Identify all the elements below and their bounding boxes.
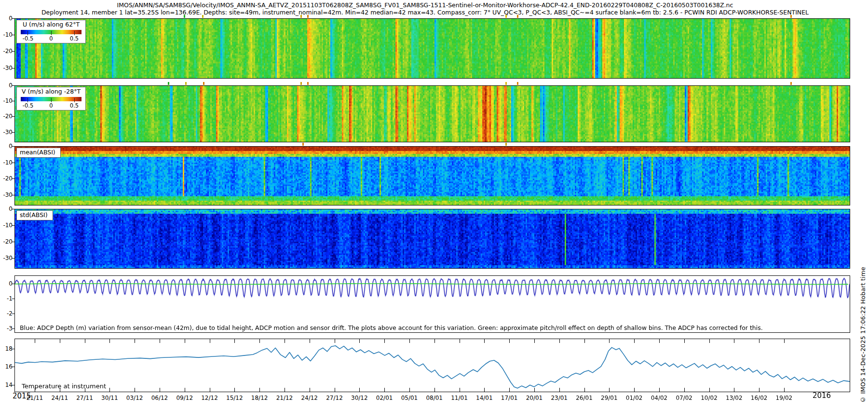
x-tick-mark (335, 388, 335, 392)
y-tick-label: 18 (0, 345, 13, 352)
std-absi-label: std(ABSI) (16, 210, 53, 220)
x-tick-label: 05/01 (401, 395, 418, 401)
y-tick-mark (12, 284, 14, 284)
x-tick-mark (85, 339, 85, 343)
x-tick-mark (609, 339, 610, 343)
u-colorbar-tick-label: 0 (49, 35, 53, 42)
x-tick-mark (559, 388, 560, 392)
qc-flag-marker (790, 15, 792, 18)
temperature-label: Temperature at instrument (22, 383, 106, 390)
depth-annotation: Blue: ADCP Depth (m) variation from sens… (20, 324, 763, 331)
qc-flag-marker (307, 15, 309, 18)
x-tick-mark (534, 388, 535, 392)
y-tick-label: 0 (0, 15, 13, 22)
x-tick-mark (734, 339, 734, 343)
x-tick-mark (109, 388, 110, 392)
y-tick-label: 16 (0, 363, 13, 370)
x-tick-mark (359, 339, 360, 343)
v-velocity-heatmap (15, 86, 850, 142)
y-tick-label: -20 (0, 48, 13, 55)
x-tick-label: 09/12 (176, 395, 193, 401)
y-tick-mark (12, 35, 14, 35)
x-tick-mark (534, 339, 535, 343)
x-tick-label: 24/12 (301, 395, 318, 401)
y-tick-label: -30 (0, 65, 13, 71)
x-tick-mark (559, 339, 560, 343)
x-tick-mark (509, 339, 510, 343)
x-tick-mark (584, 388, 585, 392)
x-tick-mark (734, 388, 734, 392)
x-tick-mark (285, 388, 285, 392)
x-tick-mark (484, 388, 485, 392)
x-tick-mark (634, 339, 635, 343)
x-tick-mark (784, 388, 785, 392)
y-tick-mark (12, 51, 14, 52)
y-tick-label: -10 (0, 222, 13, 229)
qc-flag-marker (505, 15, 507, 18)
x-tick-mark (759, 388, 760, 392)
v-colorbar-tick-label: 0.5 (70, 102, 79, 109)
qc-flag-marker (300, 15, 302, 18)
y-tick-label: -20 (0, 238, 13, 245)
x-tick-label: 27/11 (76, 395, 93, 401)
x-tick-label: 20/01 (526, 395, 543, 401)
x-tick-mark (434, 388, 435, 392)
colorbar-tick (27, 31, 28, 35)
x-tick-mark (509, 388, 510, 392)
qc-flag-marker (517, 82, 518, 85)
x-tick-mark (234, 339, 235, 343)
y-tick-label: 0 (0, 280, 13, 287)
qc-flag-marker (184, 15, 185, 18)
x-tick-label: 29/01 (601, 395, 618, 401)
x-tick-label: 12/12 (201, 395, 218, 401)
x-tick-mark (185, 388, 185, 392)
y-tick-mark (12, 178, 14, 179)
x-tick-label: 01/02 (626, 395, 643, 401)
y-tick-label: -30 (0, 255, 13, 261)
x-tick-mark (109, 339, 110, 343)
y-tick-mark (12, 146, 14, 147)
panel-v-velocity: V (m/s) along -28°T -0.5 0 0.5 (14, 85, 850, 142)
qc-flag-marker (203, 82, 204, 85)
x-tick-mark (709, 339, 710, 343)
y-tick-label: -2 (0, 310, 13, 317)
colorbar-tick (74, 98, 75, 102)
y-tick-mark (12, 116, 14, 117)
x-tick-mark (634, 388, 635, 392)
y-tick-mark (12, 195, 14, 195)
x-tick-label: 03/12 (126, 395, 143, 401)
y-tick-label: 14 (0, 382, 13, 388)
x-tick-mark (210, 388, 210, 392)
x-tick-mark (409, 339, 410, 343)
y-tick-mark (12, 209, 14, 209)
y-tick-label: -3 (0, 325, 13, 332)
y-tick-label: 0 (0, 205, 13, 212)
x-tick-label: 30/12 (351, 395, 368, 401)
y-tick-label: -10 (0, 159, 13, 166)
x-tick-mark (584, 339, 585, 343)
qc-flag-marker (790, 82, 792, 85)
x-tick-label: 18/12 (251, 395, 268, 401)
x-tick-label: 06/12 (151, 395, 168, 401)
u-legend-title: U (m/s) along 62°T (17, 21, 85, 28)
u-velocity-heatmap (15, 19, 850, 78)
y-tick-mark (12, 299, 14, 299)
x-tick-mark (234, 388, 235, 392)
y-tick-label: 0 (0, 143, 13, 150)
x-tick-label: 07/02 (676, 395, 692, 401)
x-tick-mark (659, 339, 660, 343)
x-tick-label: 21/12 (276, 395, 293, 401)
x-tick-label: 13/02 (726, 395, 743, 401)
qc-flag-marker (517, 15, 518, 18)
y-tick-mark (12, 328, 14, 329)
qc-flag-marker (300, 82, 302, 85)
v-legend-title: V (m/s) along -28°T (17, 88, 85, 96)
x-tick-label: 11/01 (451, 395, 468, 401)
panel-depth-variation: Blue: ADCP Depth (m) variation from sens… (14, 275, 850, 333)
x-tick-mark (285, 339, 285, 343)
x-tick-label: 10/02 (701, 395, 718, 401)
x-tick-mark (460, 339, 460, 343)
y-tick-label: -10 (0, 97, 13, 104)
v-colorbar-legend: V (m/s) along -28°T -0.5 0 0.5 (16, 87, 86, 110)
y-tick-mark (12, 385, 14, 385)
